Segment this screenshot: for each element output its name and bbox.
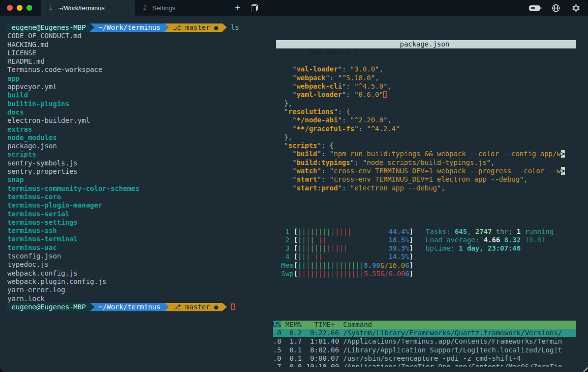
- stats-line: Tasks: 645, 2747 thr; 1 running: [426, 228, 554, 236]
- process-table-header[interactable]: U% MEM% TIME+ Command: [273, 321, 576, 329]
- windows-stack-icon[interactable]: [251, 4, 258, 11]
- nano-filename: package.json: [400, 40, 449, 48]
- powerline-arrow: [165, 23, 169, 32]
- nano-line: },: [276, 99, 576, 108]
- file-entry: LICENSE: [7, 49, 275, 57]
- file-entry: HACKING.md: [7, 41, 275, 49]
- process-row[interactable]: .0 0.1 0:00.07 /usr/sbin/screencapture -…: [273, 354, 576, 363]
- directory-entry: builtin-plugins: [7, 100, 275, 108]
- tab-number: 2: [143, 4, 147, 11]
- user-host-segment: eugene@Eugenes-MBP: [7, 303, 90, 311]
- powerline-arrow: [165, 303, 169, 311]
- powerline-arrow: [222, 303, 227, 311]
- shell-prompt: eugene@Eugenes-MBP ~/Work/terminus ⎇ mas…: [7, 303, 275, 311]
- directory-entry: build: [7, 91, 275, 99]
- directory-entry: terminus-core: [7, 193, 275, 201]
- nano-line: "webpack-cli": "^4.5.0",: [276, 82, 576, 91]
- powerline-arrow: [222, 23, 227, 32]
- resize-grip[interactable]: [583, 367, 588, 372]
- file-entry: webpack.plugin.config.js: [7, 278, 275, 286]
- swap-meter: Swp[||||||||||||||||5.55G/6.00G]: [273, 270, 576, 278]
- new-tab-button[interactable]: +: [229, 2, 246, 13]
- process-row[interactable]: .5 0.1 8:02.06 /Library/Application Supp…: [273, 346, 576, 354]
- terminus-window: 1 ~/Work/terminus 2 Settings +: [0, 0, 588, 372]
- file-entry: yarn-error.log: [7, 286, 275, 294]
- directory-entry: terminus-settings: [7, 218, 275, 227]
- stats-line: Load average: 4.66 8.32 10.01: [426, 236, 554, 244]
- file-entry: webpack.config.js: [7, 269, 275, 278]
- shell-cursor: [231, 303, 235, 310]
- nano-line: "build": "npm run build:typings && webpa…: [276, 150, 576, 158]
- nano-line: "yaml-loader": "0.6.0": [276, 91, 576, 99]
- file-entry: yarn.lock: [7, 295, 275, 303]
- nano-editor-pane[interactable]: GNU nano 4.5 package.json "val-loader": …: [276, 20, 576, 205]
- directory-entry: snap: [7, 176, 275, 184]
- command-text: ls: [227, 23, 239, 31]
- stats-line: Uptime: 1 day, 23:07:46: [426, 244, 554, 253]
- tab-terminal[interactable]: 1 ~/Work/terminus: [41, 0, 135, 16]
- cwd-segment: ~/Work/terminus: [95, 303, 165, 311]
- maximize-button[interactable]: [26, 5, 32, 11]
- globe-icon[interactable]: [552, 4, 560, 12]
- minimize-button[interactable]: [17, 5, 23, 11]
- user-host-segment: eugene@Eugenes-MBP: [7, 23, 90, 32]
- file-entry: sentry.properties: [7, 167, 275, 176]
- file-entry: README.md: [7, 57, 275, 66]
- powerline-arrow: [90, 303, 95, 311]
- titlebar-right-icons: [529, 4, 588, 12]
- directory-entry: scripts: [7, 150, 275, 159]
- gear-icon[interactable]: [572, 4, 580, 12]
- nano-line: "**/graceful-fs": "^4.2.4": [276, 125, 576, 133]
- shell-prompt: eugene@Eugenes-MBP ~/Work/terminus ⎇ mas…: [7, 23, 275, 32]
- file-entry: CODE_OF_CONDUCT.md: [7, 32, 275, 40]
- htop-summary-stats: Tasks: 645, 2747 thr; 1 runningLoad aver…: [426, 228, 554, 253]
- cwd-segment: ~/Work/terminus: [95, 23, 165, 32]
- file-entry: package.json: [7, 142, 275, 150]
- directory-entry: terminus-uac: [7, 244, 275, 252]
- close-button[interactable]: [7, 5, 13, 11]
- nano-line: "resolutions": {: [276, 108, 576, 116]
- process-row[interactable]: .8 1.7 1:01.40 /Applications/Terminus.ap…: [273, 337, 576, 346]
- nano-line: "start:prod": "electron app --debug",: [276, 184, 576, 192]
- tab-settings[interactable]: 2 Settings: [135, 0, 229, 16]
- nano-line: "scripts": {: [276, 141, 576, 150]
- nano-line: "val-loader": "3.0.0",: [276, 65, 576, 73]
- nano-line: },: [276, 133, 576, 141]
- file-entry: Terminus.code-workspace: [7, 66, 275, 74]
- powerline-arrow: [90, 23, 95, 32]
- text-cursor: [383, 91, 387, 98]
- titlebar: 1 ~/Work/terminus 2 Settings +: [0, 0, 588, 16]
- git-branch-segment: ⎇ master ●: [169, 303, 222, 311]
- process-row-selected[interactable]: .0 0.2 0:22.66 /System/Library/Framework…: [273, 329, 576, 337]
- htop-terminal-pane[interactable]: 1 [||||||||||||| 44.4%] 2 [|||| || 18.5%…: [273, 210, 576, 367]
- directory-entry: terminus-plugin-manager: [7, 201, 275, 209]
- file-entry: typedoc.js: [7, 260, 275, 269]
- battery-icon: [529, 5, 540, 11]
- nano-line: "build:typings": "node scripts/build-typ…: [276, 159, 576, 167]
- directory-entry: docs: [7, 108, 275, 116]
- tab-title: Settings: [152, 4, 175, 12]
- file-entry: sentry-symbols.js: [7, 159, 275, 167]
- nano-line: "*/node-abi": "^2.20.0",: [276, 116, 576, 124]
- file-entry: appveyor.yml: [7, 83, 275, 91]
- file-entry: electron-builder.yml: [7, 116, 275, 125]
- tab-title: ~/Work/terminus: [58, 4, 105, 12]
- directory-entry: terminus-terminal: [7, 235, 275, 243]
- nano-version: GNU nano 4.5: [301, 48, 359, 56]
- directory-entry: extras: [7, 125, 275, 134]
- traffic-lights: [0, 5, 41, 11]
- directory-entry: terminus-serial: [7, 210, 275, 218]
- directory-entry: terminus-community-color-schemes: [7, 185, 275, 193]
- file-entry: tsconfig.json: [7, 252, 275, 260]
- nano-buffer: "val-loader": "3.0.0", "webpack": "^5.18…: [276, 65, 576, 192]
- directory-entry: terminus-ssh: [7, 227, 275, 235]
- nano-line: "webpack": "^5.18.0",: [276, 74, 576, 82]
- directory-entry: node_modules: [7, 134, 275, 142]
- process-row[interactable]: .7 0.0 10:18.09 /Applications/ZeroTier O…: [273, 363, 576, 367]
- nano-titlebar: GNU nano 4.5 package.json: [276, 40, 576, 48]
- shell-terminal-pane[interactable]: eugene@Eugenes-MBP ~/Work/terminus ⎇ mas…: [4, 20, 275, 372]
- nano-line: "watch": "cross-env TERMINUS_DEV=1 webpa…: [276, 167, 576, 175]
- cpu-meter: 4 [||| || 14.5%]: [273, 253, 576, 261]
- nano-line: "start": "cross-env TERMINUS_DEV=1 elect…: [276, 175, 576, 184]
- git-branch-segment: ⎇ master ●: [169, 23, 222, 32]
